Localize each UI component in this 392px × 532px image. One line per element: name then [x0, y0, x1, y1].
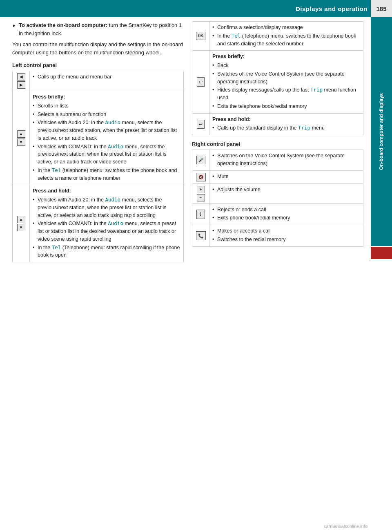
voice-control-icon: 🎤 — [196, 156, 205, 164]
table-row: 📞 Makes or accepts a call Switches to th… — [192, 225, 363, 247]
ud2-content: Press and hold: Vehicles with Audio 20: … — [30, 185, 184, 262]
lr-content: Calls up the menu and menu bar — [30, 71, 184, 91]
press-briefly-label: Press briefly: — [33, 93, 180, 101]
table-row: ↩ Press and hold: Calls up the standard … — [192, 113, 363, 135]
header-title: Displays and operation — [296, 5, 368, 12]
list-item: Scrolls in lists — [33, 102, 180, 110]
audio-ref-2: Audio — [108, 143, 123, 150]
list-item: Adjusts the volume — [212, 186, 360, 194]
down-arrow-icon: ▼ — [17, 139, 25, 146]
activate-label: To activate the on-board computer: — [19, 22, 107, 28]
left-column: ► To activate the on-board computer: tur… — [12, 21, 184, 262]
volume-icon-cell: + − — [192, 183, 209, 203]
ok-icon-cell: OK — [192, 22, 209, 51]
icon-cell-ud1: ▲ ▼ — [13, 91, 30, 185]
list-item: Vehicles with Audio 20: in the Audio men… — [33, 119, 180, 142]
tel-ref: Tel — [52, 167, 61, 173]
mute-icon-cell: 🔇 — [192, 170, 209, 183]
list-item: Switches off the Voice Control System (s… — [212, 70, 360, 86]
icon-cell-lr: ◀ ▶ — [13, 71, 30, 91]
tel-ref-2: Tel — [52, 244, 61, 250]
audio-ref-4: Audio — [108, 220, 123, 226]
arrow-icon: ► — [12, 22, 16, 29]
audio-ref-3: Audio — [105, 197, 120, 203]
volume-up-icon: + — [197, 186, 205, 193]
back-button-icon: ↩ — [197, 77, 205, 87]
table-row: 🕻 Rejects or ends a call Exits phone boo… — [192, 203, 363, 225]
activate-text: To activate the on-board computer: turn … — [19, 21, 184, 37]
back-button-icon-2: ↩ — [197, 120, 205, 129]
table-row: ◀ ▶ Calls up the menu and menu bar — [13, 71, 184, 91]
ud1-content: Press briefly: Scrolls in lists Selects … — [30, 91, 184, 185]
right-control-table: 🎤 Switches on the Voice Control System (… — [192, 150, 363, 247]
sidebar-label: On-board computer and displays — [371, 17, 392, 246]
list-item: Calls up the menu and menu bar — [33, 73, 180, 81]
back-hold-list: Calls up the standard display in the Tri… — [212, 124, 360, 132]
phone-end-list: Rejects or ends a call Exits phone book/… — [212, 206, 360, 222]
lr-list: Calls up the menu and menu bar — [33, 73, 180, 81]
list-item: Vehicles with Audio 20: in the Audio men… — [33, 196, 180, 219]
list-item: Back — [212, 62, 360, 69]
trip-ref: Trip — [310, 87, 323, 93]
intro-paragraph: ► To activate the on-board computer: tur… — [12, 21, 184, 56]
content-area: ► To activate the on-board computer: tur… — [12, 21, 363, 262]
list-item: Rejects or ends a call — [212, 206, 360, 214]
sidebar-block: On-board computer and displays — [371, 17, 392, 532]
left-arrow-icon: ◀ — [17, 73, 25, 80]
list-item: Vehicles with COMAND: in the Audio menu,… — [33, 220, 180, 243]
voice-content: Switches on the Voice Control System (se… — [209, 150, 363, 171]
phone-call-content: Makes or accepts a call Switches to the … — [209, 225, 363, 247]
list-item: In the Tel (Telephone) menu: starts rapi… — [33, 244, 180, 259]
volume-content: Adjusts the volume — [209, 183, 363, 203]
left-panel-title: Left control panel — [12, 62, 184, 68]
ok-table: OK Confirms a selection/display message … — [192, 21, 363, 51]
sidebar-accent — [371, 247, 392, 259]
voice-icon-cell: 🎤 — [192, 150, 209, 171]
back-brief-content: Press briefly: Back Switches off the Voi… — [209, 51, 363, 113]
back-hold-content: Press and hold: Calls up the standard di… — [209, 113, 363, 135]
voice-list: Switches on the Voice Control System (se… — [212, 152, 360, 168]
icon-cell-ud2: ▲ ▼ — [13, 185, 30, 262]
page-number: 185 — [371, 0, 392, 17]
list-item: In the Tel (telephone) menu: switches to… — [33, 167, 180, 182]
back-icon-cell-2: ↩ — [192, 113, 209, 135]
back-icon-cell-1: ↩ — [192, 51, 209, 113]
list-item: Exits the telephone book/redial memory — [212, 103, 360, 110]
back-brief-table: ↩ Press briefly: Back Switches off the V… — [192, 50, 363, 113]
mute-icon: 🔇 — [196, 173, 206, 181]
phone-call-list: Makes or accepts a call Switches to the … — [212, 227, 360, 244]
ok-list: Confirms a selection/display message In … — [212, 24, 360, 47]
table-row: ↩ Press briefly: Back Switches off the V… — [192, 51, 363, 113]
mute-content: Mute — [209, 170, 363, 183]
intro-body-text: You can control the multifunction displa… — [12, 40, 184, 56]
ud1-list: Scrolls in lists Selects a submenu or fu… — [33, 102, 180, 182]
press-hold-label-2: Press and hold: — [212, 116, 360, 123]
list-item: Hides display messages/calls up the last… — [212, 86, 360, 102]
list-item: Switches to the redial memory — [212, 236, 360, 244]
up-arrow-icon-2: ▲ — [17, 216, 25, 223]
watermark: carmanualsonline.info — [324, 524, 368, 529]
list-item: Makes or accepts a call — [212, 227, 360, 235]
press-briefly-label-2: Press briefly: — [212, 53, 360, 60]
volume-down-icon: − — [197, 194, 205, 201]
list-item: Mute — [212, 173, 360, 181]
header-bar: Displays and operation — [0, 0, 392, 17]
lr-icons: ◀ ▶ — [16, 73, 27, 89]
tel-ref-3: Tel — [232, 33, 241, 39]
ud-icons-2: ▲ ▼ — [16, 216, 27, 231]
list-item: Vehicles with COMAND: in the Audio menu,… — [33, 143, 180, 166]
right-panel-title: Right control panel — [192, 141, 363, 147]
phone-end-icon-cell: 🕻 — [192, 203, 209, 225]
volume-icons: + − — [195, 186, 206, 201]
phone-end-content: Rejects or ends a call Exits phone book/… — [209, 203, 363, 225]
list-item: Switches on the Voice Control System (se… — [212, 152, 360, 168]
list-item: Selects a submenu or function — [33, 111, 180, 118]
activate-line: ► To activate the on-board computer: tur… — [12, 21, 184, 37]
up-arrow-icon: ▲ — [17, 130, 25, 138]
list-item: Exits phone book/redial memory — [212, 214, 360, 222]
back-brief-list: Back Switches off the Voice Control Syst… — [212, 62, 360, 110]
table-row: 🔇 Mute — [192, 170, 363, 183]
table-row: 🎤 Switches on the Voice Control System (… — [192, 150, 363, 171]
ok-button-icon: OK — [196, 32, 205, 40]
trip-ref-2: Trip — [298, 125, 310, 131]
